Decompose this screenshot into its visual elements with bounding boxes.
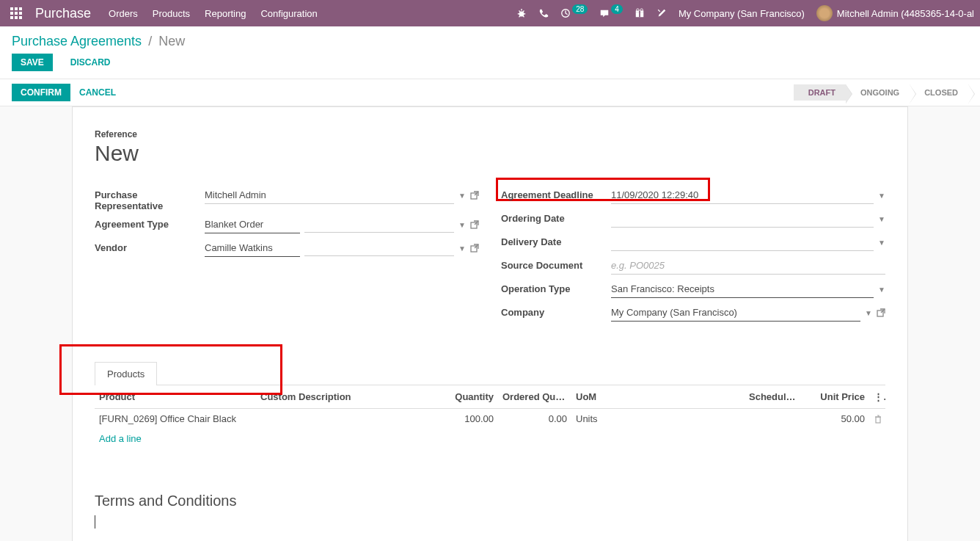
ordering-date-input[interactable] [611,210,874,228]
company-label: Company [501,304,611,318]
control-panel: Purchase Agreements / New SAVE DISCARD [0,26,980,79]
discard-button[interactable]: DISCARD [62,54,120,71]
app-name[interactable]: Purchase [35,6,91,21]
ordering-date-label: Ordering Date [501,210,611,224]
products-table: Product Custom Description Quantity Orde… [95,385,885,449]
tab-products[interactable]: Products [95,362,157,385]
terms-heading: Terms and Conditions [95,493,885,509]
cell-unit-price[interactable]: 50.00 [803,409,869,429]
external-link-icon[interactable] [470,244,479,253]
menu-orders[interactable]: Orders [109,8,138,19]
main-menu: Orders Products Reporting Configuration [109,8,318,19]
gift-icon[interactable] [635,8,645,18]
apps-icon[interactable] [6,3,26,23]
svg-line-13 [519,11,521,12]
operation-type-input[interactable] [611,280,874,298]
delivery-date-input[interactable] [611,233,874,251]
cell-scheduled[interactable] [745,409,803,429]
purchase-rep-input[interactable] [205,186,454,204]
user-menu[interactable]: Mitchell Admin (4485365-14-0-al [816,5,974,21]
svg-rect-2 [19,7,22,10]
status-closed[interactable]: CLOSED [910,84,968,101]
form-left-col: Purchase Representative ▼ Agreement Type… [95,186,479,327]
svg-rect-3 [10,12,13,15]
col-product[interactable]: Product [95,385,256,409]
chevron-down-icon[interactable]: ▼ [458,244,466,253]
menu-products[interactable]: Products [153,8,190,19]
chevron-down-icon[interactable]: ▼ [458,192,466,200]
cell-uom[interactable]: Units [571,409,615,429]
svg-rect-7 [15,16,18,19]
chevron-down-icon[interactable]: ▼ [878,192,885,200]
company-input[interactable] [611,304,860,322]
cancel-button[interactable]: CANCEL [70,84,125,101]
options-icon[interactable]: ⋮ [869,385,885,409]
col-uom[interactable]: UoM [571,385,615,409]
svg-line-16 [523,16,524,18]
form-right-col: Agreement Deadline ▼ Ordering Date ▼ Del… [501,186,885,327]
activities-badge: 28 [572,4,588,14]
col-quantity[interactable]: Quantity [447,385,498,409]
cell-ordered[interactable]: 0.00 [498,409,571,429]
bug-icon[interactable] [516,8,527,18]
deadline-input[interactable] [611,186,874,204]
svg-rect-4 [15,12,18,15]
phone-icon[interactable] [538,8,549,18]
col-unit-price[interactable]: Unit Price [803,385,869,409]
confirm-button[interactable]: CONFIRM [12,84,70,101]
cell-quantity[interactable]: 100.00 [447,409,498,429]
form-sheet: Reference New Purchase Representative ▼ … [72,106,908,541]
svg-line-14 [523,11,524,12]
col-ordered[interactable]: Ordered Qua… [498,385,571,409]
status-draft[interactable]: DRAFT [794,84,846,101]
col-scheduled[interactable]: Scheduled … [745,385,803,409]
messages-badge: 4 [611,4,623,14]
vendor-input[interactable] [205,239,300,257]
save-button[interactable]: SAVE [12,54,53,71]
systray: 28 4 My Company (San Francisco) Mitchell… [516,5,974,21]
agreement-type-input[interactable] [205,216,300,233]
avatar [816,5,833,21]
svg-line-15 [519,16,521,18]
col-custom-desc[interactable]: Custom Description [256,385,447,409]
chevron-down-icon[interactable]: ▼ [878,286,885,294]
status-ongoing[interactable]: ONGOING [846,84,910,101]
breadcrumb: Purchase Agreements / New [12,34,185,49]
external-link-icon[interactable] [877,308,885,317]
svg-rect-0 [10,7,13,10]
cell-product[interactable]: [FURN_0269] Office Chair Black [95,409,256,429]
source-doc-label: Source Document [501,257,611,271]
company-switcher[interactable]: My Company (San Francisco) [679,8,805,19]
chevron-down-icon[interactable]: ▼ [458,221,466,229]
svg-rect-20 [639,11,640,18]
svg-rect-27 [876,417,880,423]
purchase-rep-label: Purchase Representative [95,186,205,211]
svg-rect-8 [19,16,22,19]
activities-icon[interactable]: 28 [560,8,588,18]
terms-input[interactable] [95,515,883,541]
tools-icon[interactable] [657,8,667,18]
agreement-type-label: Agreement Type [95,216,205,230]
external-link-icon[interactable] [470,191,479,200]
cell-custom-desc[interactable] [256,409,447,429]
svg-rect-5 [19,12,22,15]
reference-value: New [95,141,885,166]
trash-icon[interactable] [869,409,885,429]
menu-reporting[interactable]: Reporting [205,8,246,19]
add-line-link[interactable]: Add a line [99,433,142,444]
chevron-down-icon[interactable]: ▼ [878,239,885,247]
chevron-down-icon[interactable]: ▼ [865,309,872,317]
table-row[interactable]: [FURN_0269] Office Chair Black 100.00 0.… [95,409,885,429]
statusbar: CONFIRM CANCEL DRAFT ONGOING CLOSED [0,79,980,106]
source-doc-input[interactable] [611,257,885,275]
breadcrumb-parent[interactable]: Purchase Agreements [12,34,142,48]
external-link-icon[interactable] [470,220,479,229]
svg-rect-6 [10,16,13,19]
top-navbar: Purchase Orders Products Reporting Confi… [0,0,980,26]
messages-icon[interactable]: 4 [599,8,623,18]
deadline-label: Agreement Deadline [501,186,611,200]
vendor-label: Vendor [95,239,205,253]
notebook: Products Product Custom Description Quan… [95,361,885,449]
chevron-down-icon[interactable]: ▼ [878,215,885,223]
menu-configuration[interactable]: Configuration [260,8,317,19]
